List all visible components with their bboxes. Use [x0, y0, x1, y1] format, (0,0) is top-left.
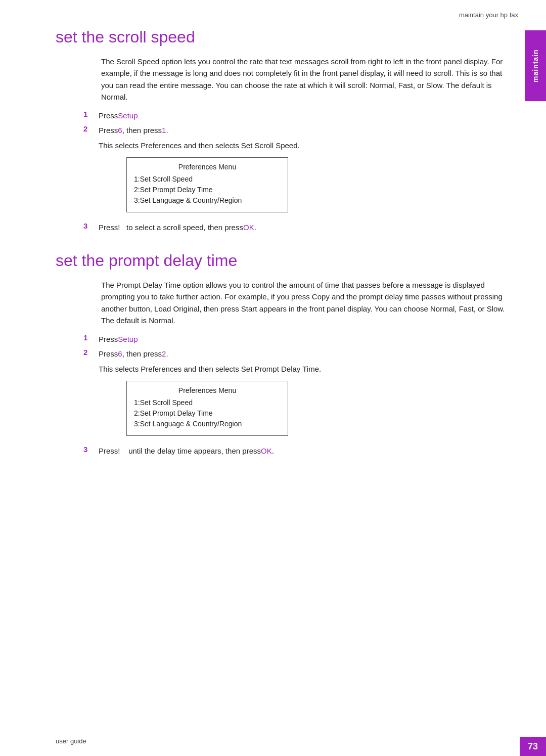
- footer-page-number: 73: [520, 737, 546, 756]
- section2-title: set the prompt delay time: [56, 251, 516, 270]
- s2-step3-number: 3: [83, 445, 99, 454]
- section2-step1: 1 PressSetup: [83, 333, 516, 345]
- step3-link: OK: [243, 223, 254, 232]
- section1-menu-item3: 3:Set Language & Country/Region: [134, 195, 281, 206]
- section1-title: set the scroll speed: [56, 28, 516, 47]
- step2-content: Press6, then press1.: [99, 124, 516, 136]
- section1-steps: 1 PressSetup 2 Press6, then press1. This…: [83, 110, 516, 151]
- s2-step1-content: PressSetup: [99, 333, 516, 345]
- page-container: maintain your hp fax maintain set the sc…: [0, 0, 546, 756]
- section1-menu-box: Preferences Menu 1:Set Scroll Speed 2:Se…: [126, 157, 288, 212]
- step2-number: 2: [83, 124, 99, 133]
- section2-menu-item2: 2:Set Prompt Delay Time: [134, 408, 281, 419]
- s2-step2-content: Press6, then press2.: [99, 348, 516, 360]
- section1-step3: 3 Press! to select a scroll speed, then …: [83, 221, 516, 233]
- section-scroll-speed: set the scroll speed The Scroll Speed op…: [56, 28, 516, 233]
- section2-menu-title: Preferences Menu: [134, 386, 281, 394]
- section-prompt-delay: set the prompt delay time The Prompt Del…: [56, 251, 516, 457]
- step1-link: Setup: [118, 111, 138, 120]
- section1-menu-title: Preferences Menu: [134, 163, 281, 171]
- section2-body: The Prompt Delay Time option allows you …: [101, 279, 516, 326]
- section1-body: The Scroll Speed option lets you control…: [101, 56, 516, 103]
- section2-menu-box: Preferences Menu 1:Set Scroll Speed 2:Se…: [126, 381, 288, 436]
- step2-link1: 6: [118, 126, 122, 135]
- s2-step2-number: 2: [83, 348, 99, 357]
- section1-menu-item1: 1:Set Scroll Speed: [134, 174, 281, 185]
- section2-menu-item1: 1:Set Scroll Speed: [134, 397, 281, 408]
- step3-content: Press! to select a scroll speed, then pr…: [99, 221, 516, 233]
- section2-steps: 1 PressSetup 2 Press6, then press2. This…: [83, 333, 516, 375]
- top-header: maintain your hp fax: [459, 11, 518, 19]
- section2-step2: 2 Press6, then press2.: [83, 348, 516, 360]
- section2-step3: 3 Press! until the delay time appears, t…: [83, 445, 516, 457]
- sidebar-tab: maintain: [525, 30, 546, 101]
- step3-number: 3: [83, 221, 99, 230]
- s2-step3-link: OK: [261, 447, 272, 455]
- s2-step3-content: Press! until the delay time appears, the…: [99, 445, 516, 457]
- section2-menu-item3: 3:Set Language & Country/Region: [134, 419, 281, 429]
- s2-step1-number: 1: [83, 333, 99, 342]
- step2-link2: 1: [162, 126, 166, 135]
- main-content: set the scroll speed The Scroll Speed op…: [56, 28, 516, 731]
- footer-label: user guide: [56, 737, 86, 745]
- s2-step2-link1: 6: [118, 349, 122, 358]
- step2-sub: This selects Preferences and then select…: [99, 140, 516, 151]
- s2-step2-link2: 2: [162, 349, 166, 358]
- section1-menu-item2: 2:Set Prompt Delay Time: [134, 185, 281, 195]
- section1-step2: 2 Press6, then press1.: [83, 124, 516, 136]
- section1-step1: 1 PressSetup: [83, 110, 516, 121]
- step1-content: PressSetup: [99, 110, 516, 121]
- s2-step1-link: Setup: [118, 335, 138, 343]
- s2-step2-sub: This selects Preferences and then select…: [99, 363, 516, 375]
- step1-number: 1: [83, 110, 99, 118]
